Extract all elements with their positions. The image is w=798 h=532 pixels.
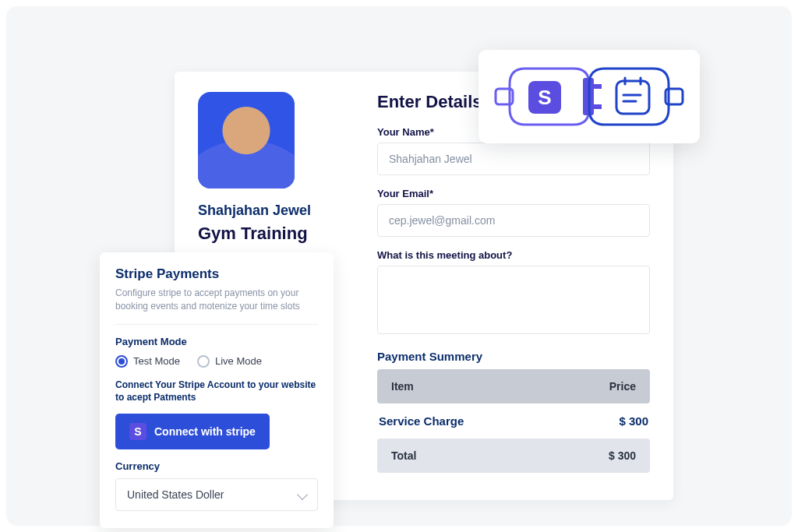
event-title: Gym Training — [198, 224, 354, 244]
about-textarea[interactable] — [377, 266, 650, 334]
name-input[interactable] — [377, 143, 650, 175]
email-label: Your Email* — [377, 188, 650, 199]
radio-test-label: Test Mode — [133, 355, 180, 367]
svg-rect-5 — [594, 104, 602, 109]
svg-rect-4 — [594, 84, 602, 89]
payment-mode-label: Payment Mode — [115, 336, 318, 347]
field-email: Your Email* — [377, 188, 650, 237]
connect-stripe-button[interactable]: S Connect with stripe — [115, 414, 270, 449]
currency-select[interactable]: United States Doller — [115, 478, 318, 511]
summary-head-item: Item — [391, 380, 414, 393]
radio-live-label: Live Mode — [215, 355, 262, 367]
person-name: Shahjahan Jewel — [198, 203, 354, 219]
payment-mode-radios: Test Mode Live Mode — [115, 355, 318, 368]
summary-total-label: Total — [391, 449, 416, 462]
summary-total-value: $ 300 — [609, 449, 636, 462]
summary-row-label: Service Charge — [379, 414, 464, 428]
divider — [115, 324, 318, 325]
radio-dot-selected-icon — [115, 355, 128, 368]
email-input[interactable] — [377, 204, 650, 237]
summary-header: Item Price — [377, 369, 650, 403]
currency-label: Currency — [115, 460, 318, 472]
summary-row-value: $ 300 — [619, 414, 648, 428]
avatar — [198, 92, 295, 188]
summary-title: Payment Summery — [377, 350, 650, 363]
radio-test-mode[interactable]: Test Mode — [115, 355, 180, 368]
svg-rect-7 — [616, 81, 649, 114]
integration-icon: S — [488, 61, 690, 132]
summary-row-service: Service Charge $ 300 — [377, 403, 650, 439]
connect-note: Connect Your Stripe Account to your webs… — [115, 379, 318, 405]
booking-right-column: Enter Details Your Name* Your Email* Wha… — [377, 92, 650, 481]
about-label: What is this meeting about? — [377, 249, 650, 261]
summary-head-price: Price — [609, 380, 636, 393]
chevron-down-icon — [297, 489, 308, 500]
currency-value: United States Doller — [127, 488, 224, 501]
svg-text:S: S — [538, 86, 551, 109]
stripe-s-icon: S — [129, 423, 147, 440]
stripe-settings-card: Stripe Payments Configure stripe to acce… — [100, 252, 334, 528]
stripe-title: Stripe Payments — [115, 266, 318, 282]
canvas: Shahjahan Jewel Gym Training Enter Detai… — [6, 6, 792, 526]
radio-live-mode[interactable]: Live Mode — [197, 355, 262, 368]
radio-dot-icon — [197, 355, 210, 368]
field-about: What is this meeting about? — [377, 249, 650, 337]
summary-total: Total $ 300 — [377, 439, 650, 473]
connect-button-label: Connect with stripe — [154, 425, 256, 438]
integration-badge: S — [478, 50, 700, 143]
stripe-description: Configure stripe to accept payments on y… — [115, 287, 318, 313]
